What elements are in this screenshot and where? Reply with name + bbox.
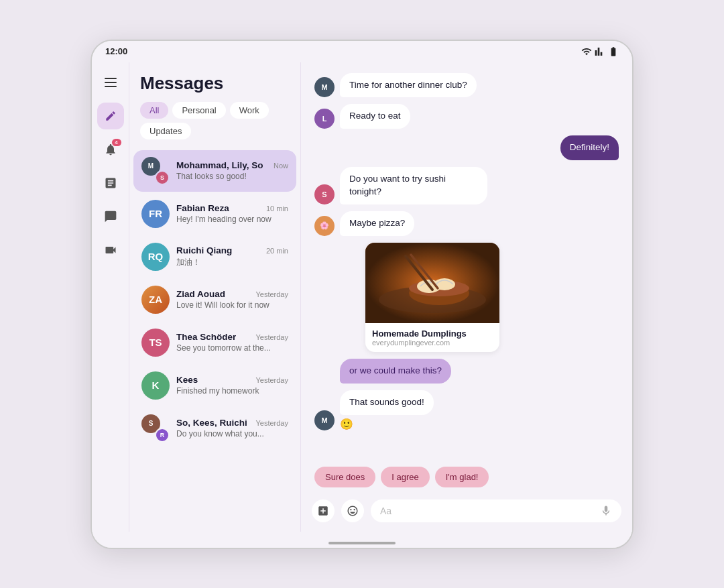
avatar: K xyxy=(141,371,170,400)
conversation-item[interactable]: S R So, Kees, Ruichi Yesterday Do you kn… xyxy=(133,408,296,449)
conversation-item[interactable]: ZA Ziad Aouad Yesterday Love it! Will lo… xyxy=(133,279,296,320)
message-bubble: Ready to eat xyxy=(340,104,410,129)
input-placeholder: Aa xyxy=(380,506,391,516)
emoji-button[interactable] xyxy=(341,499,364,522)
status-bar: 12:00 xyxy=(92,41,632,62)
video-icon xyxy=(104,243,117,257)
chat-input-bar: Aa xyxy=(301,494,632,532)
conv-name: Thea Schöder xyxy=(176,332,236,342)
message-bubble: Definitely! xyxy=(560,135,619,160)
conv-info: Mohammad, Lily, So Now That looks so goo… xyxy=(176,160,288,181)
compose-button[interactable] xyxy=(97,103,124,129)
chat-button[interactable] xyxy=(97,203,124,230)
chat-panel: M Time for another dinner club? L Ready … xyxy=(301,62,632,532)
sidebar-nav: 4 xyxy=(92,62,129,532)
home-indicator xyxy=(328,542,396,544)
conv-info: Ziad Aouad Yesterday Love it! Will look … xyxy=(176,289,288,310)
quick-reply-i-agree[interactable]: I agree xyxy=(381,467,429,487)
emoji-icon xyxy=(347,505,359,517)
chat-icon xyxy=(104,210,117,223)
quick-reply-im-glad[interactable]: I'm glad! xyxy=(435,467,489,487)
conversation-item[interactable]: FR Fabian Reza 10 min Hey! I'm heading o… xyxy=(133,193,296,235)
avatar: ZA xyxy=(141,286,170,314)
filter-chips: All Personal Work Updates xyxy=(140,102,290,139)
conv-preview: That looks so good! xyxy=(176,172,288,181)
avatar-group: S R xyxy=(141,414,170,443)
message-avatar: M xyxy=(314,410,335,430)
conv-preview: 加油！ xyxy=(176,257,288,268)
message-reaction[interactable]: 🙂 xyxy=(340,418,434,430)
filter-updates[interactable]: Updates xyxy=(140,123,191,139)
conv-name: Ruichi Qiang xyxy=(176,245,232,255)
conv-time: 10 min xyxy=(266,204,288,213)
conv-info: Ruichi Qiang 20 min 加油！ xyxy=(176,245,288,268)
conv-name: So, Kees, Ruichi xyxy=(176,418,247,428)
notes-button[interactable] xyxy=(97,170,124,196)
bottom-bar xyxy=(92,532,632,548)
notification-badge: 4 xyxy=(112,139,121,146)
message-row: or we could make this? xyxy=(314,359,619,384)
conv-time: Yesterday xyxy=(255,290,288,298)
link-card[interactable]: Homemade Dumplings everydumplingever.com xyxy=(365,243,499,352)
message-avatar: M xyxy=(314,77,335,97)
conv-preview: Hey! I'm heading over now xyxy=(176,215,288,224)
message-bubble: Time for another dinner club? xyxy=(340,73,477,98)
conv-time: Yesterday xyxy=(255,376,288,384)
add-attachment-button[interactable] xyxy=(312,499,335,522)
avatar: FR xyxy=(141,200,170,228)
quick-reply-sure-does[interactable]: Sure does xyxy=(314,467,375,487)
message-input[interactable]: Aa xyxy=(371,499,621,522)
conv-preview: See you tomorrow at the... xyxy=(176,343,288,353)
link-card-url: everydumplingever.com xyxy=(372,339,493,347)
messages-title: Messages xyxy=(140,73,290,94)
quick-replies: Sure does I agree I'm glad! xyxy=(301,464,632,494)
wifi-icon xyxy=(581,46,592,57)
link-card-title: Homemade Dumplings xyxy=(372,329,493,339)
message-bubble-suggest: or we could make this? xyxy=(340,359,451,384)
status-time: 12:00 xyxy=(105,46,127,56)
conversation-item[interactable]: RQ Ruichi Qiang 20 min 加油！ xyxy=(133,236,296,278)
messages-header: Messages All Personal Work Updates xyxy=(129,62,300,149)
conv-name: Mohammad, Lily, So xyxy=(176,160,263,170)
conversation-item[interactable]: K Kees Yesterday Finished my homework xyxy=(133,365,296,406)
message-row: 🌸 Maybe pizza? xyxy=(314,211,619,236)
conversation-list: M S Mohammad, Lily, So Now That looks so… xyxy=(129,149,300,532)
microphone-icon[interactable] xyxy=(600,505,612,517)
conversation-item[interactable]: TS Thea Schöder Yesterday See you tomorr… xyxy=(133,322,296,363)
link-card-image xyxy=(365,243,499,323)
conv-time: Yesterday xyxy=(255,333,288,341)
filter-work[interactable]: Work xyxy=(230,102,269,119)
avatar: TS xyxy=(141,329,170,357)
device-frame: 12:00 xyxy=(90,40,634,549)
status-icons xyxy=(581,46,619,57)
conv-preview: Do you know what you... xyxy=(176,429,288,438)
message-avatar: 🌸 xyxy=(314,216,335,236)
filter-personal[interactable]: Personal xyxy=(172,102,225,119)
chat-messages: M Time for another dinner club? L Ready … xyxy=(301,62,632,464)
message-row: Definitely! xyxy=(314,135,619,160)
message-bubble: That sounds good! xyxy=(340,390,434,415)
conv-info: Fabian Reza 10 min Hey! I'm heading over… xyxy=(176,203,288,224)
message-row: M That sounds good! 🙂 xyxy=(314,390,619,430)
main-layout: 4 Message xyxy=(92,62,632,532)
messages-panel: Messages All Personal Work Updates M S xyxy=(129,62,301,532)
filter-all[interactable]: All xyxy=(140,102,168,119)
conv-name: Fabian Reza xyxy=(176,203,229,213)
notifications-button[interactable]: 4 xyxy=(97,136,124,163)
hamburger-icon xyxy=(101,74,121,91)
message-row: L Ready to eat xyxy=(314,104,619,129)
hamburger-menu-button[interactable] xyxy=(97,69,124,96)
avatar: RQ xyxy=(141,243,170,271)
conv-time: Now xyxy=(274,162,288,170)
conv-name: Ziad Aouad xyxy=(176,289,225,299)
message-bubble: Maybe pizza? xyxy=(340,211,414,236)
message-row: S Do you want to try sushi tonight? xyxy=(314,167,619,204)
message-avatar: S xyxy=(314,184,335,204)
conv-name: Kees xyxy=(176,375,198,385)
message-avatar: L xyxy=(314,109,335,129)
conv-time: Yesterday xyxy=(255,419,288,427)
conversation-item[interactable]: M S Mohammad, Lily, So Now That looks so… xyxy=(133,150,296,192)
link-card-body: Homemade Dumplings everydumplingever.com xyxy=(365,323,499,352)
video-button[interactable] xyxy=(97,237,124,263)
conv-info: Kees Yesterday Finished my homework xyxy=(176,375,288,396)
